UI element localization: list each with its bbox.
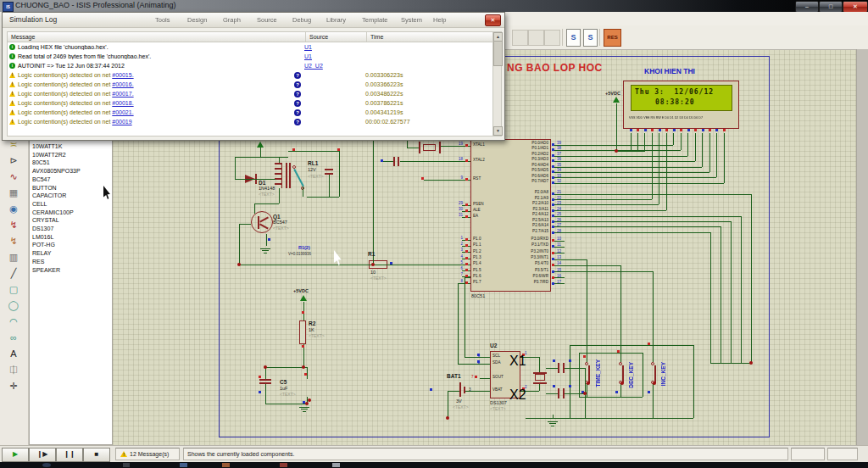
wire[interactable]: [279, 157, 280, 163]
wire[interactable]: [693, 345, 694, 418]
wire[interactable]: [239, 265, 470, 265]
wire[interactable]: [235, 157, 288, 158]
wire[interactable]: [652, 133, 653, 199]
help-icon[interactable]: ?: [294, 81, 301, 88]
wire[interactable]: [570, 345, 570, 418]
wire[interactable]: [303, 344, 304, 367]
wire[interactable]: [553, 199, 652, 200]
start-orb[interactable]: [42, 463, 51, 467]
path-icon[interactable]: ∞: [5, 331, 22, 345]
device-item-res[interactable]: RES: [30, 258, 112, 266]
wire[interactable]: [553, 194, 751, 195]
wire[interactable]: [407, 148, 419, 148]
taskbar-item[interactable]: [180, 463, 187, 467]
text-icon[interactable]: A: [5, 347, 22, 361]
device-item-capacitor[interactable]: CAPACITOR: [30, 192, 112, 200]
wire[interactable]: [458, 364, 490, 365]
column-message[interactable]: Message: [8, 32, 306, 42]
paste-icon[interactable]: [544, 30, 560, 46]
wire[interactable]: [716, 133, 717, 177]
device-item-cell[interactable]: CELL: [30, 200, 112, 209]
wire[interactable]: [303, 307, 304, 320]
device-item-pot-hg[interactable]: POT-HG: [30, 241, 112, 249]
help-icon[interactable]: ?: [294, 91, 301, 98]
taskbar-item[interactable]: [332, 463, 340, 467]
source-link[interactable]: U1: [304, 53, 312, 59]
help-icon[interactable]: ?: [294, 109, 301, 116]
wire[interactable]: [620, 384, 621, 397]
column-source[interactable]: Source: [306, 32, 367, 42]
wire[interactable]: [465, 277, 465, 357]
net-link[interactable]: #00015.: [112, 72, 133, 78]
wire[interactable]: [587, 384, 587, 397]
wire[interactable]: [339, 151, 340, 197]
message-count[interactable]: !12 Message(s): [115, 448, 180, 460]
simulation-log-dialog[interactable]: Simulation Log ToolsDesignGraphSourceDeb…: [2, 12, 505, 141]
wire[interactable]: [265, 367, 307, 368]
device-item-speaker[interactable]: SPEAKER: [30, 266, 112, 275]
wire[interactable]: [307, 367, 308, 379]
device-item-10watt1k[interactable]: 10WATT1K: [30, 142, 112, 151]
wire[interactable]: [653, 345, 654, 362]
copy-icon[interactable]: [528, 30, 544, 46]
stop-button[interactable]: ■: [83, 448, 110, 462]
wire[interactable]: [458, 283, 470, 284]
wire[interactable]: [631, 133, 632, 151]
net-link[interactable]: #00021.: [112, 109, 133, 115]
voltage-probe-icon[interactable]: ↯: [5, 218, 22, 232]
wire[interactable]: [254, 203, 279, 204]
device-item-lm016l[interactable]: LM016L: [30, 233, 112, 242]
wire[interactable]: [553, 156, 687, 157]
wire[interactable]: [266, 234, 267, 246]
wire[interactable]: [553, 210, 666, 211]
taskbar-item[interactable]: [280, 463, 287, 467]
arc-icon[interactable]: ◠: [5, 315, 22, 329]
relay-coil-rl1[interactable]: [275, 163, 282, 188]
wire[interactable]: [620, 265, 621, 353]
wire[interactable]: [637, 133, 638, 151]
wire[interactable]: [553, 415, 554, 419]
wire[interactable]: [751, 194, 752, 363]
wire[interactable]: [265, 367, 266, 379]
column-time[interactable]: Time: [367, 32, 492, 42]
close-button[interactable]: ✕: [843, 1, 868, 13]
wire[interactable]: [480, 378, 490, 379]
device-item-bc547[interactable]: BC547: [30, 176, 112, 184]
wire[interactable]: [553, 216, 741, 217]
wire[interactable]: [579, 353, 580, 397]
wire[interactable]: [620, 353, 621, 362]
taskbar-item[interactable]: [123, 463, 130, 467]
wire[interactable]: [579, 397, 643, 398]
log-column-headers[interactable]: Message Source Time: [7, 31, 493, 42]
wire[interactable]: [235, 157, 236, 179]
play-button[interactable]: ▶: [2, 448, 29, 462]
wire[interactable]: [710, 232, 711, 363]
wire[interactable]: [616, 103, 617, 151]
cut-icon[interactable]: [512, 30, 528, 46]
wire[interactable]: [553, 177, 716, 178]
wire[interactable]: [731, 221, 732, 363]
pause-button[interactable]: ❙❙: [56, 448, 83, 462]
wire[interactable]: [546, 393, 558, 394]
wire[interactable]: [458, 283, 459, 364]
windows-taskbar[interactable]: [0, 462, 868, 468]
power-terminal[interactable]: [613, 97, 620, 103]
crystal-main[interactable]: [423, 144, 436, 151]
step-button[interactable]: ❙▶: [29, 448, 56, 462]
wire[interactable]: [553, 226, 721, 227]
wire[interactable]: [695, 133, 696, 161]
wire[interactable]: [687, 133, 688, 156]
source-link[interactable]: U2_U2: [304, 63, 323, 69]
resistor-r2[interactable]: [299, 320, 306, 344]
device-item-crystal[interactable]: CRYSTAL: [30, 216, 112, 225]
symbol-icon[interactable]: ⎅: [5, 363, 22, 377]
wire[interactable]: [465, 277, 470, 278]
wire[interactable]: [587, 353, 587, 362]
component-preview-icon[interactable]: RES: [604, 29, 621, 47]
power-terminal[interactable]: [300, 295, 307, 301]
graph-icon[interactable]: ∿: [5, 170, 22, 184]
wire[interactable]: [239, 224, 240, 265]
wire[interactable]: [553, 183, 724, 184]
wire[interactable]: [666, 133, 667, 210]
help-icon[interactable]: ?: [294, 119, 301, 125]
